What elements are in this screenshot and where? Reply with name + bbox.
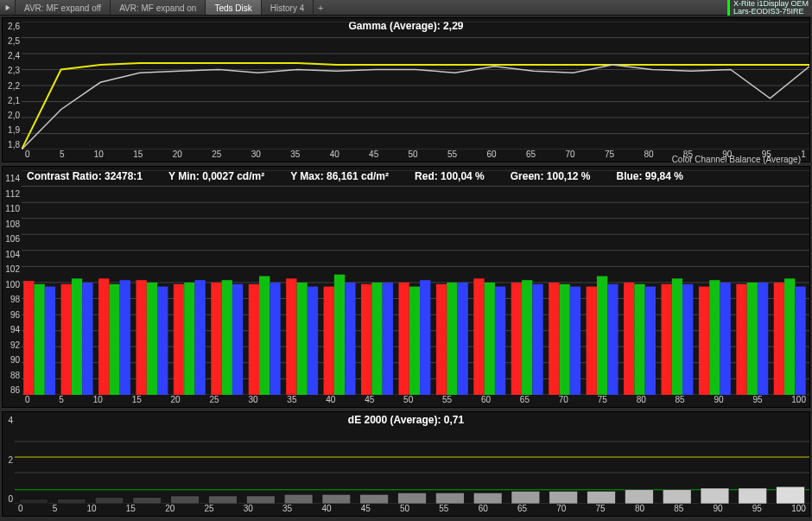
svg-rect-73 xyxy=(634,284,644,395)
svg-rect-38 xyxy=(194,280,205,395)
plus-icon: + xyxy=(318,3,323,13)
tab[interactable]: History 4 xyxy=(262,0,314,15)
de-title: dE 2000 (Average): 0,71 xyxy=(348,414,464,426)
svg-rect-74 xyxy=(645,287,656,395)
svg-rect-108 xyxy=(625,490,653,504)
svg-rect-80 xyxy=(720,283,730,395)
balance-subtitle: Color Channel Balance (Average) xyxy=(672,155,801,164)
svg-rect-47 xyxy=(308,287,318,395)
gamma-chart: Gamma (Average): 2,29 2,62,52,42,32,22,1… xyxy=(2,17,810,162)
svg-rect-51 xyxy=(361,284,371,395)
svg-rect-81 xyxy=(736,284,746,395)
de-chart: dE 2000 (Average): 0,71 420 051015202530… xyxy=(2,411,810,517)
de-x-axis: 0510152025303540455055606570758085909510… xyxy=(15,504,809,516)
svg-rect-97 xyxy=(209,496,238,504)
svg-rect-34 xyxy=(147,283,157,395)
svg-rect-57 xyxy=(436,284,447,395)
svg-rect-66 xyxy=(549,283,559,395)
balance-y-axis: 11411211010810610410210098969492908886 xyxy=(3,170,22,395)
svg-rect-79 xyxy=(709,280,720,395)
svg-rect-37 xyxy=(184,283,194,395)
play-icon xyxy=(4,4,11,11)
svg-rect-72 xyxy=(624,283,634,395)
svg-rect-46 xyxy=(296,283,307,395)
svg-rect-75 xyxy=(661,284,671,395)
svg-rect-40 xyxy=(222,280,232,395)
svg-rect-50 xyxy=(345,283,355,395)
svg-rect-112 xyxy=(777,486,805,504)
svg-rect-110 xyxy=(701,488,729,504)
svg-rect-105 xyxy=(511,492,540,504)
svg-rect-103 xyxy=(435,492,464,504)
svg-rect-86 xyxy=(795,287,805,395)
svg-rect-27 xyxy=(61,284,72,395)
svg-rect-106 xyxy=(549,492,578,504)
svg-rect-95 xyxy=(133,498,162,504)
svg-rect-101 xyxy=(360,494,389,504)
gamma-y-axis: 2,62,52,42,32,22,12,01,91,8 xyxy=(3,18,22,149)
svg-rect-76 xyxy=(672,278,682,395)
svg-rect-32 xyxy=(120,280,130,395)
balance-chart: Color Channel Balance (Average) Contrast… xyxy=(2,166,810,408)
play-button[interactable] xyxy=(0,0,16,15)
svg-rect-39 xyxy=(211,283,221,395)
svg-rect-53 xyxy=(383,283,393,395)
svg-rect-54 xyxy=(398,283,409,395)
svg-rect-48 xyxy=(324,287,334,395)
tab-bar: AVR: MF expand offAVR: MF expand onTeds … xyxy=(0,0,812,16)
svg-rect-85 xyxy=(784,278,795,395)
tab[interactable]: AVR: MF expand off xyxy=(16,0,111,15)
svg-rect-71 xyxy=(607,284,618,395)
svg-rect-58 xyxy=(447,283,457,395)
svg-rect-84 xyxy=(774,283,784,395)
gamma-plot xyxy=(22,22,809,149)
svg-rect-78 xyxy=(699,287,709,395)
balance-plot xyxy=(22,170,809,395)
add-tab-button[interactable]: + xyxy=(314,0,327,15)
svg-rect-77 xyxy=(682,284,693,395)
svg-rect-55 xyxy=(409,287,420,395)
tab[interactable]: Teds Disk xyxy=(206,0,261,15)
svg-rect-96 xyxy=(171,496,200,504)
svg-rect-36 xyxy=(174,284,184,395)
de-plot xyxy=(15,426,809,504)
svg-rect-83 xyxy=(758,283,768,395)
svg-rect-98 xyxy=(246,496,275,504)
tab[interactable]: AVR: MF expand on xyxy=(111,0,206,15)
svg-rect-60 xyxy=(473,278,484,395)
svg-rect-43 xyxy=(259,276,270,395)
svg-rect-49 xyxy=(334,275,345,395)
svg-rect-100 xyxy=(322,494,351,504)
svg-rect-69 xyxy=(587,287,597,395)
svg-rect-67 xyxy=(559,284,569,395)
svg-rect-35 xyxy=(157,287,168,395)
svg-rect-65 xyxy=(532,284,542,395)
svg-rect-68 xyxy=(570,287,580,395)
svg-rect-25 xyxy=(34,284,44,395)
svg-rect-109 xyxy=(663,490,691,504)
svg-rect-63 xyxy=(511,283,522,395)
svg-rect-29 xyxy=(82,283,92,395)
svg-rect-82 xyxy=(747,283,758,395)
svg-rect-52 xyxy=(371,283,382,395)
svg-rect-26 xyxy=(45,287,55,395)
svg-rect-45 xyxy=(286,278,296,395)
svg-rect-107 xyxy=(587,492,616,504)
svg-rect-44 xyxy=(270,283,280,395)
svg-rect-102 xyxy=(398,492,427,504)
svg-rect-64 xyxy=(522,280,532,395)
svg-rect-70 xyxy=(597,276,607,395)
balance-x-axis: 0510152025303540455055606570758085909510… xyxy=(22,395,809,407)
svg-rect-94 xyxy=(95,498,124,504)
svg-rect-31 xyxy=(109,284,119,395)
svg-rect-62 xyxy=(495,287,505,395)
svg-rect-33 xyxy=(136,280,146,395)
svg-rect-99 xyxy=(284,494,313,504)
device-line2: Lars-EODIS3-75IRE xyxy=(733,8,809,16)
svg-rect-42 xyxy=(249,284,259,395)
device-badge: X-Rite i1Display OEM Lars-EODIS3-75IRE xyxy=(727,0,812,16)
svg-rect-111 xyxy=(739,488,767,504)
svg-rect-61 xyxy=(485,283,495,395)
svg-rect-24 xyxy=(23,281,34,395)
de-y-axis: 420 xyxy=(3,412,15,504)
